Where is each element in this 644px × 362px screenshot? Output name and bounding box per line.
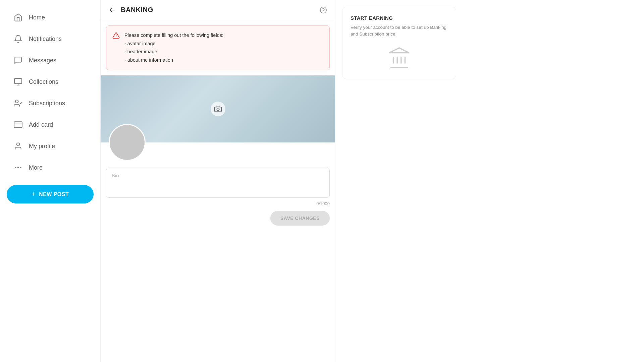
- alert-icon: [112, 32, 120, 41]
- sidebar-item-home[interactable]: Home: [3, 7, 97, 28]
- page-header: BANKING: [101, 0, 335, 20]
- bell-icon: [13, 34, 23, 44]
- avatar: [109, 124, 146, 161]
- svg-point-12: [217, 108, 219, 110]
- sidebar-item-subscriptions[interactable]: Subscriptions: [3, 93, 97, 114]
- svg-marker-18: [389, 48, 409, 53]
- right-panel: START EARNING Verify your account to be …: [335, 0, 463, 362]
- svg-rect-2: [14, 122, 22, 127]
- bio-section: 0/1000 SAVE CHANGES: [101, 161, 335, 231]
- avatar-area[interactable]: [109, 124, 146, 161]
- home-icon: [13, 13, 23, 22]
- add-card-icon: [13, 120, 23, 129]
- start-earning-desc: Verify your account to be able to set up…: [351, 24, 448, 38]
- save-changes-button[interactable]: SAVE CHANGES: [270, 211, 330, 226]
- sidebar-label-home: Home: [29, 14, 45, 21]
- message-icon: [13, 56, 23, 65]
- camera-icon: [211, 102, 225, 116]
- sidebar-item-my-profile[interactable]: My profile: [3, 135, 97, 157]
- sidebar-label-messages: Messages: [29, 57, 56, 64]
- sidebar: Home Notifications Messages Collections …: [0, 0, 101, 362]
- collections-icon: [13, 77, 23, 86]
- sidebar-item-notifications[interactable]: Notifications: [3, 28, 97, 50]
- svg-point-1: [15, 100, 18, 103]
- bank-icon: [387, 46, 411, 71]
- center-panel: BANKING Please complete filling out the …: [101, 0, 335, 362]
- start-earning-title: START EARNING: [351, 15, 448, 21]
- sidebar-item-more[interactable]: More: [3, 157, 97, 178]
- svg-point-4: [17, 143, 20, 146]
- subscriptions-icon: [13, 99, 23, 108]
- bio-input[interactable]: [106, 168, 330, 198]
- svg-point-6: [20, 167, 21, 168]
- svg-point-5: [18, 167, 18, 168]
- svg-rect-0: [14, 78, 22, 83]
- back-button[interactable]: [109, 6, 116, 14]
- new-post-button[interactable]: + NEW POST: [7, 185, 94, 203]
- bank-icon-container: [351, 46, 448, 71]
- sidebar-label-notifications: Notifications: [29, 36, 62, 43]
- bio-counter: 0/1000: [106, 201, 330, 206]
- sidebar-label-my-profile: My profile: [29, 143, 55, 150]
- sidebar-item-messages[interactable]: Messages: [3, 50, 97, 71]
- sidebar-label-more: More: [29, 164, 43, 171]
- help-button[interactable]: [320, 6, 327, 14]
- alert-box: Please complete filling out the followin…: [106, 25, 330, 70]
- sidebar-item-add-card[interactable]: Add card: [3, 114, 97, 135]
- alert-text: Please complete filling out the followin…: [124, 31, 223, 64]
- svg-point-7: [15, 167, 16, 168]
- page-title: BANKING: [121, 6, 153, 14]
- sidebar-label-add-card: Add card: [29, 121, 53, 128]
- profile-icon: [13, 141, 23, 151]
- sidebar-label-collections: Collections: [29, 78, 58, 85]
- main-content: BANKING Please complete filling out the …: [101, 0, 644, 362]
- svg-point-8: [320, 7, 326, 13]
- more-icon: [13, 163, 23, 172]
- sidebar-item-collections[interactable]: Collections: [3, 71, 97, 93]
- start-earning-card: START EARNING Verify your account to be …: [342, 7, 456, 79]
- plus-icon: +: [32, 190, 36, 198]
- sidebar-label-subscriptions: Subscriptions: [29, 100, 65, 107]
